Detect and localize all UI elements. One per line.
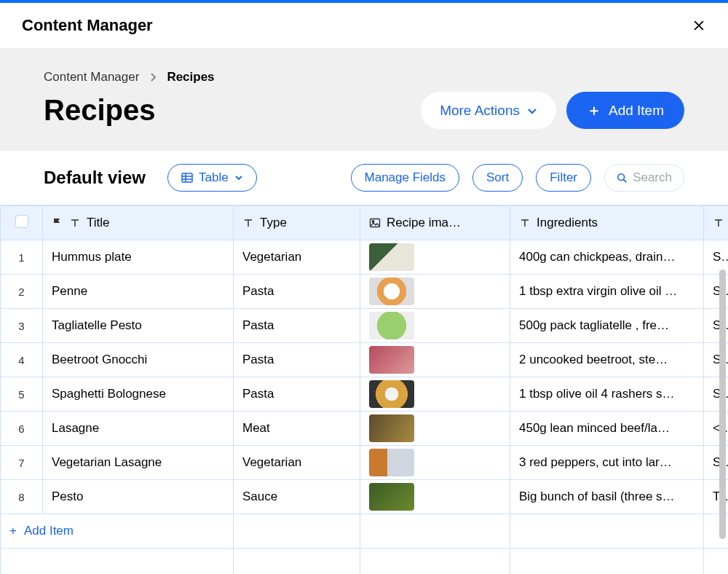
select-all-header[interactable] <box>1 206 43 240</box>
cell-type[interactable]: Vegetarian <box>234 446 360 480</box>
cell-image[interactable] <box>360 275 510 309</box>
cell-title[interactable]: Vegetarian Lasagne <box>43 446 234 480</box>
text-type-icon <box>242 217 254 229</box>
column-overflow[interactable] <box>704 206 729 240</box>
cell-overflow[interactable]: S <box>704 240 729 275</box>
cell-image[interactable] <box>360 343 510 377</box>
text-type-icon <box>519 217 531 229</box>
svg-rect-0 <box>182 173 192 182</box>
cell-ingredients[interactable]: 3 red peppers, cut into lar… <box>510 446 704 480</box>
table-row[interactable]: 1Hummus plateVegetarian400g can chickpea… <box>1 240 729 275</box>
plus-icon: + <box>9 524 17 538</box>
table-row[interactable]: 8PestoSauceBig bunch of basil (three s…T <box>1 480 729 514</box>
cell-type[interactable]: Pasta <box>234 343 360 377</box>
text-type-icon <box>713 217 724 229</box>
row-number: 5 <box>1 377 43 412</box>
cell-type[interactable]: Pasta <box>234 377 360 412</box>
cell-ingredients[interactable]: 2 uncooked beetroot, ste… <box>510 343 704 377</box>
cell-ingredients[interactable]: 400g can chickpeas, drain… <box>510 240 704 275</box>
cell-title[interactable]: Beetroot Gnocchi <box>43 343 234 377</box>
table-row[interactable]: 2PennePasta1 tbsp extra virgin olive oil… <box>1 275 729 309</box>
recipe-thumbnail <box>369 414 414 442</box>
chevron-down-icon <box>234 175 243 181</box>
breadcrumb-current: Recipes <box>167 70 214 84</box>
cell-image[interactable] <box>360 240 510 275</box>
view-mode-label: Table <box>199 170 229 185</box>
search-input[interactable]: Search <box>604 164 684 192</box>
table-row[interactable]: 6LasagneMeat450g lean minced beef/la…< <box>1 412 729 446</box>
row-number: 8 <box>1 480 43 514</box>
cell-image[interactable] <box>360 480 510 514</box>
cell-title[interactable]: Penne <box>43 275 234 309</box>
page-title: Recipes <box>44 94 155 127</box>
cell-type[interactable]: Pasta <box>234 309 360 343</box>
breadcrumb-parent[interactable]: Content Manager <box>44 70 139 84</box>
sort-button[interactable]: Sort <box>472 164 523 192</box>
plus-icon: ＋ <box>587 101 601 120</box>
recipe-thumbnail <box>369 278 414 305</box>
breadcrumb: Content Manager Recipes <box>44 70 684 84</box>
close-icon[interactable] <box>692 18 706 33</box>
column-ingredients[interactable]: Ingredients <box>510 206 704 240</box>
row-number: 1 <box>1 240 43 275</box>
view-name: Default view <box>44 168 146 188</box>
column-type[interactable]: Type <box>234 206 360 240</box>
recipe-thumbnail <box>369 243 414 271</box>
cell-ingredients[interactable]: 500g pack tagliatelle , fre… <box>510 309 704 343</box>
row-number: 6 <box>1 412 43 446</box>
recipe-thumbnail <box>369 312 414 339</box>
recipe-thumbnail <box>369 346 414 374</box>
add-item-button[interactable]: ＋ Add Item <box>566 92 684 129</box>
svg-point-3 <box>372 221 373 222</box>
row-number: 3 <box>1 309 43 343</box>
cell-image[interactable] <box>360 377 510 412</box>
add-item-row[interactable]: +Add Item <box>1 514 729 549</box>
cell-title[interactable]: Pesto <box>43 480 234 514</box>
column-image[interactable]: Recipe ima… <box>360 206 510 240</box>
column-title[interactable]: Title <box>43 206 234 240</box>
recipe-thumbnail <box>369 449 414 476</box>
cell-type[interactable]: Vegetarian <box>234 240 360 275</box>
vertical-scrollbar[interactable] <box>719 270 726 539</box>
page-header-section: Content Manager Recipes Recipes More Act… <box>0 48 728 151</box>
manage-fields-button[interactable]: Manage Fields <box>351 164 460 192</box>
add-item-footer-label: Add Item <box>24 524 74 538</box>
filter-button[interactable]: Filter <box>536 164 591 192</box>
row-number: 2 <box>1 275 43 309</box>
svg-rect-2 <box>371 219 380 227</box>
table-row[interactable]: 7Vegetarian LasagneVegetarian3 red peppe… <box>1 446 729 480</box>
cell-title[interactable]: Spaghetti Bolognese <box>43 377 234 412</box>
app-title: Content Manager <box>22 16 153 35</box>
cell-title[interactable]: Hummus plate <box>43 240 234 275</box>
table-container: Title Type Recipe ima… Ingredients 1Humm… <box>0 205 728 574</box>
view-mode-selector[interactable]: Table <box>167 164 257 192</box>
table-row[interactable]: 5Spaghetti BolognesePasta1 tbsp olive oi… <box>1 377 729 412</box>
image-icon <box>369 217 381 229</box>
checkbox-icon[interactable] <box>15 215 28 228</box>
table-row[interactable]: 4Beetroot GnocchiPasta2 uncooked beetroo… <box>1 343 729 377</box>
row-number: 7 <box>1 446 43 480</box>
cell-type[interactable]: Pasta <box>234 275 360 309</box>
chevron-right-icon <box>149 72 157 82</box>
cell-title[interactable]: Tagliatelle Pesto <box>43 309 234 343</box>
table-row[interactable]: 3Tagliatelle PestoPasta500g pack tagliat… <box>1 309 729 343</box>
cell-ingredients[interactable]: 1 tbsp extra virgin olive oil … <box>510 275 704 309</box>
search-placeholder: Search <box>633 170 672 185</box>
cell-image[interactable] <box>360 412 510 446</box>
cell-ingredients[interactable]: 450g lean minced beef/la… <box>510 412 704 446</box>
cell-image[interactable] <box>360 446 510 480</box>
cell-title[interactable]: Lasagne <box>43 412 234 446</box>
recipe-thumbnail <box>369 483 414 511</box>
table-header-row: Title Type Recipe ima… Ingredients <box>1 206 729 240</box>
svg-point-1 <box>618 174 625 181</box>
more-actions-button[interactable]: More Actions <box>421 92 556 129</box>
cell-type[interactable]: Meat <box>234 412 360 446</box>
data-table: Title Type Recipe ima… Ingredients 1Humm… <box>0 205 728 574</box>
cell-ingredients[interactable]: Big bunch of basil (three s… <box>510 480 704 514</box>
cell-type[interactable]: Sauce <box>234 480 360 514</box>
flag-icon <box>52 217 63 229</box>
empty-row <box>1 549 729 575</box>
more-actions-label: More Actions <box>440 103 520 119</box>
cell-image[interactable] <box>360 309 510 343</box>
cell-ingredients[interactable]: 1 tbsp olive oil 4 rashers s… <box>510 377 704 412</box>
